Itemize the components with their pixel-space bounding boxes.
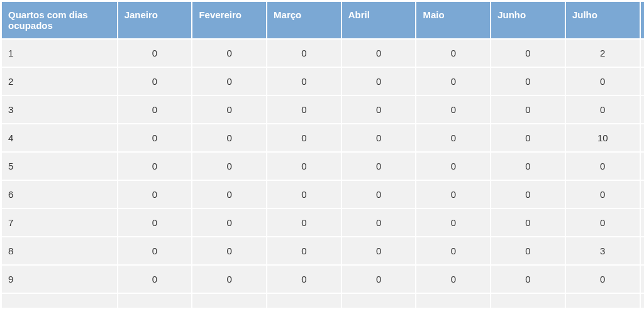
data-cell-partial (641, 96, 644, 123)
data-cell: 0 (491, 237, 565, 264)
empty-cell (566, 294, 640, 308)
header-month-mar: Março (267, 2, 341, 38)
data-cell: 0 (416, 266, 490, 293)
data-cell-partial (641, 68, 644, 95)
data-cell: 0 (491, 40, 565, 67)
table-row: 80000003 (2, 237, 644, 264)
data-cell: 0 (118, 266, 192, 293)
row-label: 7 (2, 209, 117, 236)
empty-cell (2, 294, 117, 308)
row-label: 3 (2, 96, 117, 123)
table-row: 10000002 (2, 40, 644, 67)
table-row: 50000000 (2, 153, 644, 180)
data-cell: 0 (192, 181, 266, 208)
data-cell-partial (641, 237, 644, 264)
data-cell: 0 (416, 96, 490, 123)
header-month-mai: Maio (416, 2, 490, 38)
data-cell: 0 (267, 266, 341, 293)
data-cell: 0 (416, 153, 490, 180)
table-row: 30000000 (2, 96, 644, 123)
data-cell: 0 (118, 181, 192, 208)
data-cell: 0 (342, 266, 416, 293)
data-cell: 0 (267, 96, 341, 123)
data-cell: 3 (566, 237, 640, 264)
data-cell: 0 (342, 181, 416, 208)
data-cell: 10 (566, 124, 640, 151)
data-cell: 0 (267, 181, 341, 208)
data-cell-partial (641, 181, 644, 208)
empty-cell (118, 294, 192, 308)
table-row: 20000000 (2, 68, 644, 95)
table-body: 1000000220000000300000004000000105000000… (2, 40, 644, 308)
data-cell-partial (641, 209, 644, 236)
data-cell: 0 (118, 237, 192, 264)
table-row: 90000000 (2, 266, 644, 293)
occupancy-table: Quartos com dias ocupados Janeiro Fevere… (1, 1, 644, 309)
data-cell: 0 (118, 40, 192, 67)
empty-cell (416, 294, 490, 308)
table-row: 70000000 (2, 209, 644, 236)
data-cell: 0 (192, 40, 266, 67)
data-cell-partial (641, 124, 644, 151)
row-label: 1 (2, 40, 117, 67)
data-cell: 0 (118, 124, 192, 151)
data-cell: 0 (192, 68, 266, 95)
occupancy-table-wrapper: Quartos com dias ocupados Janeiro Fevere… (1, 1, 644, 309)
data-cell: 0 (192, 237, 266, 264)
data-cell: 0 (491, 68, 565, 95)
data-cell: 0 (491, 266, 565, 293)
data-cell: 0 (192, 209, 266, 236)
data-cell: 0 (416, 40, 490, 67)
data-cell: 0 (416, 68, 490, 95)
data-cell: 0 (342, 124, 416, 151)
table-row: 400000010 (2, 124, 644, 151)
data-cell: 0 (118, 209, 192, 236)
header-month-abr: Abril (342, 2, 416, 38)
data-cell: 0 (416, 124, 490, 151)
row-label: 5 (2, 153, 117, 180)
empty-cell (641, 294, 644, 308)
data-cell: 0 (566, 68, 640, 95)
row-label: 4 (2, 124, 117, 151)
data-cell: 0 (491, 209, 565, 236)
row-label: 9 (2, 266, 117, 293)
table-header-row: Quartos com dias ocupados Janeiro Fevere… (2, 2, 644, 38)
empty-cell (342, 294, 416, 308)
data-cell: 0 (342, 68, 416, 95)
row-label: 6 (2, 181, 117, 208)
data-cell: 0 (267, 68, 341, 95)
data-cell: 0 (416, 209, 490, 236)
data-cell: 0 (267, 237, 341, 264)
data-cell: 0 (566, 153, 640, 180)
data-cell: 0 (416, 237, 490, 264)
table-row: 60000000 (2, 181, 644, 208)
data-cell: 0 (342, 237, 416, 264)
data-cell: 0 (192, 266, 266, 293)
table-row-empty (2, 294, 644, 308)
data-cell: 0 (342, 209, 416, 236)
header-rooms: Quartos com dias ocupados (2, 2, 117, 38)
header-month-jan: Janeiro (118, 2, 192, 38)
data-cell: 0 (566, 96, 640, 123)
data-cell: 0 (491, 181, 565, 208)
header-month-fev: Fevereiro (192, 2, 266, 38)
data-cell: 0 (267, 40, 341, 67)
empty-cell (491, 294, 565, 308)
data-cell: 0 (267, 153, 341, 180)
data-cell: 0 (118, 68, 192, 95)
data-cell: 0 (491, 153, 565, 180)
data-cell: 0 (118, 153, 192, 180)
data-cell: 0 (342, 153, 416, 180)
data-cell-partial (641, 266, 644, 293)
data-cell: 0 (192, 96, 266, 123)
data-cell: 0 (192, 153, 266, 180)
data-cell: 0 (342, 40, 416, 67)
row-label: 8 (2, 237, 117, 264)
data-cell: 0 (192, 124, 266, 151)
data-cell: 0 (267, 209, 341, 236)
data-cell: 0 (566, 209, 640, 236)
data-cell: 0 (267, 124, 341, 151)
data-cell: 0 (118, 96, 192, 123)
data-cell-partial (641, 40, 644, 67)
data-cell: 0 (491, 124, 565, 151)
